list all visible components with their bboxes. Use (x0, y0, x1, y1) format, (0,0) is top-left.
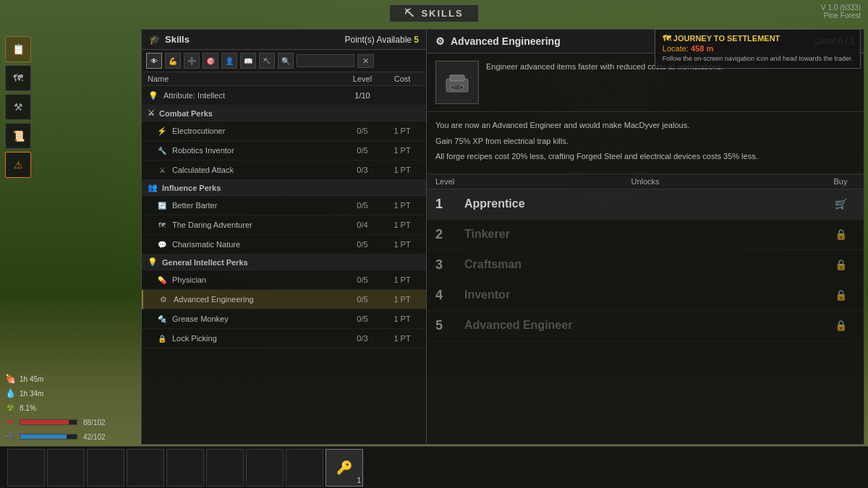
skills-panel-header: 🎓 Skills Point(s) Available 5 (142, 30, 426, 50)
food-status: 🍖 1h 45m (4, 372, 106, 385)
stamina-bar-row: ➕ 42/102 (4, 430, 106, 443)
skill-item-electrocutioner[interactable]: Electrocutioner 0/5 1 PT (142, 121, 426, 141)
physician-icon (156, 274, 168, 286)
bolt-icon (156, 125, 168, 137)
location-text: Pine Forest (821, 12, 861, 20)
skills-panel: 🎓 Skills Point(s) Available 5 👁 💪 ➕ 🎯 👤 … (141, 29, 427, 445)
food-time: 1h 45m (20, 375, 43, 383)
unlock-buy-4: 🔒 (826, 289, 855, 301)
unlock-name-2: Tinkerer (464, 228, 826, 241)
unlock-level-5: 5 (435, 318, 464, 333)
hud-skills-btn[interactable]: 📋 (5, 36, 31, 62)
hotbar: 🔑 1 (0, 446, 868, 488)
charisma-icon (156, 239, 168, 250)
filter-book-btn[interactable]: 📖 (240, 53, 256, 69)
skill-image (435, 61, 479, 104)
skill-item-robotics-inventor[interactable]: Robotics Inventor 0/5 1 PT (142, 141, 426, 160)
lockpick-icon (156, 333, 168, 344)
skill-item-charismatic-nature[interactable]: Charismatic Nature 0/5 1 PT (142, 235, 426, 254)
unlock-row-1[interactable]: 1 Apprentice 🛒 (427, 189, 864, 220)
main-ui-container: 🎓 Skills Point(s) Available 5 👁 💪 ➕ 🎯 👤 … (141, 29, 864, 445)
calculated-icon (156, 164, 168, 176)
hotbar-slot-3[interactable] (87, 449, 124, 487)
filter-strength-btn[interactable]: 💪 (165, 53, 181, 69)
filter-charisma-btn[interactable]: 👤 (221, 53, 237, 69)
lock-icon-4: 🔒 (835, 289, 847, 301)
skill-item-daring-adventurer[interactable]: The Daring Adventurer 0/4 1 PT (142, 215, 426, 235)
buy-icon-1[interactable]: 🛒 (835, 198, 847, 210)
hotbar-slot-2[interactable] (47, 449, 85, 487)
clear-search-btn[interactable]: ✕ (357, 54, 374, 68)
hotbar-slot-4[interactable] (127, 449, 164, 487)
hotbar-slot-7[interactable] (246, 449, 284, 487)
hotbar-slot-8[interactable] (286, 449, 323, 487)
detail-skill-icon: ⚙ (435, 35, 445, 47)
col-name-header: Name (148, 74, 341, 83)
stamina-value: 42/102 (83, 433, 106, 441)
skill-item-physician[interactable]: Physician 0/5 1 PT (142, 270, 426, 290)
svg-rect-4 (454, 85, 460, 90)
skill-item-better-barter[interactable]: Better Barter 0/5 1 PT (142, 196, 426, 215)
unlock-row-2: 2 Tinkerer 🔒 (427, 220, 864, 250)
skills-search-input[interactable] (297, 54, 354, 67)
skill-item-calculated-attack[interactable]: Calculated Attack 0/3 1 PT (142, 160, 426, 180)
general-icon: 💡 (148, 257, 158, 267)
stamina-bar-fill (20, 435, 67, 439)
engineering-icon (158, 294, 169, 305)
skill-item-attribute-intellect[interactable]: Attribute: Intellect 1/10 (142, 86, 426, 106)
uh-buy: Buy (826, 177, 855, 186)
skills-points-available: Point(s) Available 5 (344, 35, 419, 45)
water-status: 💧 1h 34m (4, 387, 106, 400)
hud-craft-btn[interactable]: ⚒ (5, 94, 31, 120)
filter-health-btn[interactable]: ➕ (184, 53, 200, 69)
stamina-icon: ➕ (4, 430, 17, 443)
skills-list: Attribute: Intellect 1/10 ⚔ Combat Perks… (142, 86, 426, 444)
hotbar-slot-5[interactable] (166, 449, 204, 487)
detail-title-text: Advanced Engineering (451, 35, 561, 47)
skill-item-advanced-engineering[interactable]: Advanced Engineering 0/5 1 PT (142, 290, 426, 309)
hud-map-btn[interactable]: 🗺 (5, 65, 31, 91)
food-icon: 🍖 (4, 372, 17, 385)
filter-eye-btn[interactable]: 👁 (146, 53, 162, 69)
hotbar-slot-1[interactable] (7, 449, 45, 487)
grease-icon (156, 313, 168, 325)
stamina-bar-container (20, 434, 77, 440)
long-desc-line-2: All forge recipes cost 20% less, craftin… (435, 150, 855, 163)
radiation-icon: ☢ (4, 401, 17, 414)
skills-nav-label: SKILLS (421, 8, 463, 19)
hud-quest-btn[interactable]: 📜 (5, 123, 31, 149)
adventure-icon (156, 219, 168, 231)
version-info: V 1.0 (b333) Pine Forest (821, 4, 861, 20)
hud-alert-btn[interactable]: ⚠ (5, 152, 31, 178)
robotics-icon (156, 145, 168, 156)
journey-desc: Follow the on-screen navigation icon and… (663, 55, 853, 64)
unlock-level-2: 2 (435, 227, 464, 242)
long-desc-line-0: You are now an Advanced Engineer and wou… (435, 119, 855, 132)
skill-item-grease-monkey[interactable]: Grease Monkey 0/5 1 PT (142, 309, 426, 329)
water-icon: 💧 (4, 387, 17, 400)
filter-bar: 👁 💪 ➕ 🎯 👤 📖 ⛏ 🔍 ✕ (142, 50, 426, 72)
attribute-level: 1/10 (341, 91, 384, 100)
filter-perception-btn[interactable]: 🎯 (203, 53, 218, 69)
category-combat-perks: ⚔ Combat Perks (142, 106, 426, 121)
unlock-row-4: 4 Inventor 🔒 (427, 281, 864, 311)
skill-item-lock-picking[interactable]: Lock Picking 0/3 1 PT (142, 329, 426, 348)
intellect-icon (148, 90, 159, 101)
unlock-buy-1[interactable]: 🛒 (826, 198, 855, 210)
attribute-name: Attribute: Intellect (163, 91, 341, 100)
unlock-level-1: 1 (435, 197, 464, 212)
filter-search-btn[interactable]: 🔍 (278, 53, 294, 69)
hotbar-slot-9[interactable]: 🔑 1 (326, 449, 363, 487)
unlock-name-3: Craftsman (464, 258, 826, 271)
combat-icon: ⚔ (148, 108, 155, 118)
col-cost-header: Cost (384, 74, 420, 83)
water-time: 1h 34m (20, 390, 43, 398)
hotbar-slot-6[interactable] (206, 449, 244, 487)
filter-craft-btn[interactable]: ⛏ (259, 53, 275, 69)
skills-title-button[interactable]: ⛏ SKILLS (389, 4, 478, 22)
influence-icon: 👥 (148, 183, 158, 192)
col-level-header: Level (341, 74, 384, 83)
barter-icon (156, 200, 168, 211)
journey-title: 🗺 JOURNEY TO SETTLEMENT (663, 34, 853, 43)
detail-title-container: ⚙ Advanced Engineering (435, 35, 561, 47)
